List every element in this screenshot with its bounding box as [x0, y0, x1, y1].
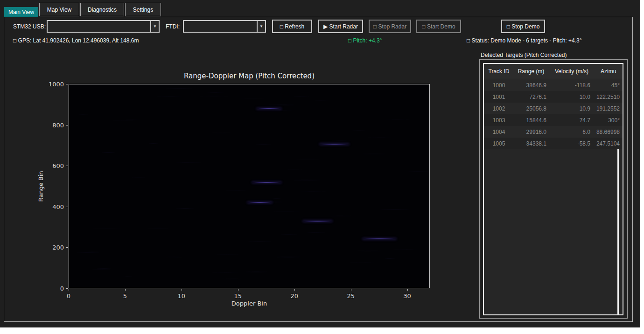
- noise-streak: [212, 132, 231, 133]
- table-cell: 1001: [484, 94, 512, 100]
- y-tick-mark: [66, 207, 68, 207]
- table-cell: 38646.9: [512, 82, 550, 89]
- noise-streak: [287, 169, 302, 170]
- tab-main-view[interactable]: Main View: [4, 7, 38, 17]
- x-tick-mark: [351, 289, 351, 291]
- table-cell: 15844.6: [512, 117, 550, 124]
- noise-streak: [126, 119, 140, 120]
- radar-status: □ Status: Demo Mode - 6 targets - Pitch:…: [467, 37, 582, 44]
- noise-streak: [277, 257, 300, 257]
- tab-diagnostics[interactable]: Diagnostics: [80, 3, 124, 16]
- start-demo-button[interactable]: □ Start Demo: [416, 20, 461, 33]
- table-cell: 122.2510: [593, 94, 620, 100]
- noise-streak: [380, 209, 409, 210]
- noise-streak: [269, 104, 294, 105]
- tab-map-view[interactable]: Map View: [39, 3, 79, 16]
- tab-label: Map View: [47, 7, 71, 13]
- y-tick-mark: [66, 288, 68, 289]
- noise-streak: [331, 216, 351, 216]
- chart-title: Range-Doppler Map (Pitch Corrected): [69, 72, 430, 80]
- start-radar-button[interactable]: ▶ Start Radar: [318, 20, 363, 33]
- stop-demo-button[interactable]: □ Stop Demo: [501, 20, 545, 33]
- target-streak: [320, 144, 349, 145]
- target-streak: [257, 108, 281, 109]
- table-row[interactable]: 100534338.1-58.5247.5104: [484, 138, 623, 149]
- table-row[interactable]: 10017276.110.0122.2510: [484, 91, 623, 103]
- y-tick-mark: [66, 247, 68, 248]
- table-row[interactable]: 100038646.9-118.645°: [484, 79, 623, 91]
- refresh-button[interactable]: □ Refresh: [272, 20, 312, 33]
- y-tick-mark: [66, 166, 68, 166]
- x-tick-mark: [294, 289, 295, 291]
- table-cell: -118.6: [550, 82, 593, 89]
- table-cell: 191.2552: [593, 105, 620, 112]
- table-cell: 10.9: [550, 105, 593, 112]
- noise-streak: [246, 271, 266, 272]
- target-streak: [252, 182, 281, 183]
- y-tick-label: 200: [45, 244, 64, 251]
- noise-streak: [77, 252, 99, 253]
- noise-streak: [255, 202, 282, 202]
- table-cell: 1000: [484, 82, 512, 89]
- table-body: 100038646.9-118.645°10017276.110.0122.25…: [484, 79, 623, 149]
- noise-streak: [132, 177, 145, 178]
- noise-streak: [281, 234, 297, 235]
- noise-streak: [200, 96, 227, 97]
- ftdi-combobox-value: [184, 21, 257, 32]
- noise-streak: [176, 208, 193, 209]
- noise-streak: [166, 257, 183, 257]
- noise-streak: [241, 98, 264, 99]
- table-cell: 25056.8: [512, 105, 550, 112]
- tab-label: Main View: [8, 9, 34, 15]
- stm32-usb-combobox-value: [48, 21, 150, 32]
- chevron-down-icon[interactable]: ▼: [150, 21, 159, 32]
- x-tick-mark: [182, 289, 182, 291]
- x-tick-label: 30: [403, 292, 411, 299]
- noise-streak: [176, 162, 201, 163]
- table-cell: 88.66998: [593, 129, 620, 135]
- tab-settings[interactable]: Settings: [125, 3, 161, 16]
- ftdi-combobox[interactable]: ▼: [183, 20, 266, 33]
- tab-label: Diagnostics: [88, 7, 117, 13]
- noise-streak: [408, 171, 428, 172]
- y-tick-mark: [66, 125, 68, 125]
- column-header-azimuth[interactable]: Azimu: [593, 68, 620, 75]
- table-cell: 10.0: [550, 94, 593, 100]
- noise-streak: [92, 269, 111, 270]
- table-cell: 1004: [484, 129, 512, 135]
- stm32-usb-label: STM32 USB:: [13, 23, 46, 30]
- stm32-usb-combobox[interactable]: ▼: [47, 20, 160, 33]
- noise-streak: [393, 249, 418, 250]
- noise-streak: [363, 153, 385, 154]
- x-tick-label: 20: [290, 292, 298, 299]
- x-tick-mark: [238, 289, 238, 291]
- noise-streak: [307, 232, 324, 233]
- tab-label: Settings: [133, 7, 153, 13]
- x-tick-mark: [125, 289, 126, 291]
- table-row[interactable]: 100315844.674.7300°: [484, 114, 623, 126]
- noise-streak: [226, 190, 246, 191]
- app-window: Main View Map View Diagnostics Settings …: [0, 0, 640, 327]
- y-tick-label: 400: [45, 203, 64, 210]
- x-axis-label: Doppler Bin: [69, 300, 430, 307]
- noise-streak: [215, 254, 239, 255]
- noise-streak: [102, 152, 115, 153]
- column-header-track-id[interactable]: Track ID: [484, 68, 512, 75]
- noise-streak: [166, 88, 192, 89]
- y-tick-label: 600: [45, 162, 64, 169]
- table-row[interactable]: 100225056.810.9191.2552: [484, 103, 623, 114]
- table-scrollbar[interactable]: [617, 149, 619, 314]
- target-streak: [303, 221, 332, 222]
- noise-streak: [385, 258, 395, 259]
- column-header-velocity[interactable]: Velocity (m/s): [550, 68, 593, 75]
- noise-streak: [113, 120, 136, 121]
- chevron-down-icon[interactable]: ▼: [257, 21, 265, 32]
- table-cell: 74.7: [550, 117, 593, 124]
- table-cell: 29916.0: [512, 129, 550, 135]
- noise-streak: [296, 159, 319, 160]
- range-doppler-plot: [69, 84, 430, 288]
- table-row[interactable]: 100429916.06.088.66998: [484, 126, 623, 138]
- stop-radar-button[interactable]: □ Stop Radar: [369, 20, 411, 33]
- column-header-range[interactable]: Range (m): [512, 68, 550, 75]
- noise-streak: [385, 119, 410, 120]
